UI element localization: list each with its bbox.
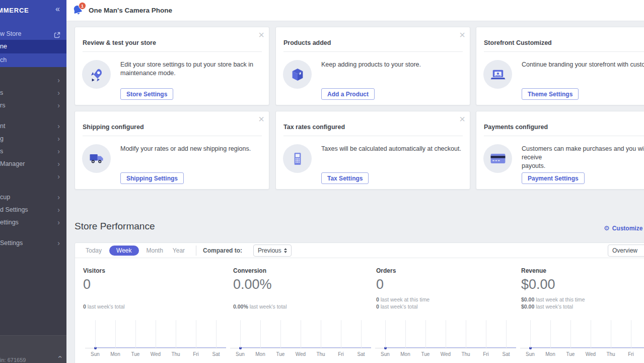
theme-settings-button[interactable]: Theme Settings bbox=[522, 88, 579, 100]
notifications-bell-icon[interactable]: 1 bbox=[72, 5, 84, 17]
chevron-right-icon: › bbox=[57, 133, 60, 145]
chart-day-label: Sun bbox=[230, 351, 250, 357]
sidebar-item[interactable]: › bbox=[0, 170, 66, 183]
chart-day-label: Wed bbox=[291, 351, 311, 357]
chevron-up-icon[interactable]: › bbox=[56, 356, 64, 358]
tab-week[interactable]: Week bbox=[109, 246, 138, 256]
card-description: Keep adding products to your store. bbox=[321, 60, 466, 69]
sidebar-item[interactable]: Manager› bbox=[0, 158, 66, 170]
metric-conversion: Conversion 0.00% 0.00% last week's total bbox=[233, 267, 369, 310]
sidebar-item[interactable]: g› bbox=[0, 133, 66, 145]
close-icon[interactable]: × bbox=[459, 114, 465, 124]
chart-baseline bbox=[85, 348, 226, 348]
chart-day-label: Tue bbox=[270, 351, 291, 357]
chart-baseline bbox=[375, 348, 516, 348]
chart-gridline bbox=[530, 320, 531, 348]
sidebar-item[interactable]: nt› bbox=[0, 120, 66, 133]
chevron-right-icon: › bbox=[57, 99, 60, 112]
dashboard-canvas: Review & test your store × Edit your sto… bbox=[0, 0, 644, 363]
sidebar-item-label: ch bbox=[0, 56, 7, 64]
chart-gridline bbox=[466, 320, 466, 348]
chart-series-line bbox=[95, 347, 226, 348]
close-icon[interactable]: × bbox=[258, 30, 264, 40]
shipping-settings-button[interactable]: Shipping Settings bbox=[120, 172, 184, 184]
close-icon[interactable]: × bbox=[258, 114, 264, 124]
chart-series-line bbox=[385, 347, 516, 348]
metric-sublines: 0 last week's total bbox=[83, 303, 219, 310]
sidebar-item[interactable]: › bbox=[0, 74, 66, 87]
laptop-icon bbox=[483, 60, 512, 89]
compared-to-label: Compared to: bbox=[203, 247, 242, 254]
metric-value: 0 bbox=[83, 277, 219, 292]
metric-orders: Orders 0 0 last week at this time 0 last… bbox=[376, 267, 512, 310]
tab-month[interactable]: Month bbox=[145, 246, 165, 256]
customize-dashboard-link[interactable]: ⚙ Customize Dashboard bbox=[604, 224, 644, 232]
store-pin: in: 671659 bbox=[0, 357, 26, 363]
customize-dashboard-label: Customize Dashboard bbox=[612, 225, 644, 232]
box-icon bbox=[283, 60, 312, 89]
divider bbox=[283, 51, 463, 52]
sidebar-item-view-store[interactable]: w Store bbox=[0, 28, 66, 40]
metric-value: 0.00% bbox=[233, 277, 369, 292]
overview-select[interactable]: Overview bbox=[608, 245, 644, 257]
metric-label: Conversion bbox=[233, 267, 369, 274]
sidebar-item[interactable]: s› bbox=[0, 87, 66, 99]
card-title: Storefront Customized bbox=[484, 39, 552, 46]
sidebar-item[interactable]: d Settings› bbox=[0, 204, 66, 216]
sidebar-item-label: Settings bbox=[0, 239, 23, 247]
add-product-button[interactable]: Add a Product bbox=[321, 88, 375, 100]
tab-today[interactable]: Today bbox=[84, 246, 104, 256]
chart-day-label: Mon bbox=[105, 351, 125, 357]
chart-gridline bbox=[611, 320, 611, 348]
card-title: Shipping configured bbox=[83, 124, 144, 131]
collapse-sidebar-icon[interactable]: « bbox=[55, 5, 60, 14]
chart-day-label: Thu bbox=[601, 351, 621, 357]
logo: MMERCE bbox=[0, 7, 29, 14]
credit-card-icon bbox=[483, 144, 512, 173]
metric-label: Visitors bbox=[83, 267, 219, 274]
sidebar-item[interactable]: cup› bbox=[0, 191, 66, 204]
divider bbox=[484, 51, 644, 52]
tax-settings-button[interactable]: Tax Settings bbox=[321, 172, 369, 184]
sidebar-item-label: Manager bbox=[0, 160, 25, 167]
chevron-right-icon: › bbox=[57, 237, 60, 250]
card-title: Products added bbox=[283, 39, 331, 46]
sidebar-item-label: cup bbox=[0, 194, 10, 201]
sidebar-item[interactable]: ch bbox=[0, 53, 66, 67]
sidebar: MMERCE « w Store ne ch › s› rs› bbox=[0, 0, 66, 363]
sidebar-item-label: w Store bbox=[0, 30, 21, 37]
conversion-chart: SunMonTueWedThuFriSat bbox=[230, 320, 371, 360]
sidebar-item-label: ettings bbox=[0, 219, 19, 226]
logo-row: MMERCE « bbox=[0, 0, 66, 21]
chart-gridline bbox=[156, 320, 156, 348]
close-icon[interactable]: × bbox=[459, 30, 465, 40]
chart-gridline bbox=[135, 320, 136, 348]
sidebar-item[interactable]: s› bbox=[0, 145, 66, 158]
sidebar-item[interactable]: ettings› bbox=[0, 216, 66, 229]
payment-settings-button[interactable]: Payment Settings bbox=[522, 172, 585, 184]
chart-day-label: Sat bbox=[351, 351, 371, 357]
chevron-right-icon: › bbox=[57, 191, 60, 204]
chevron-right-icon: › bbox=[57, 216, 60, 229]
metric-value: $0.00 bbox=[521, 277, 644, 292]
chart-day-label: Wed bbox=[581, 351, 601, 357]
setup-card-payments: Payments configured × Customers can make… bbox=[476, 111, 644, 190]
sidebar-item[interactable]: Settings› bbox=[0, 237, 66, 250]
chart-day-label: Fri bbox=[621, 351, 641, 357]
chevron-right-icon: › bbox=[57, 170, 60, 183]
chart-gridline bbox=[115, 320, 116, 348]
chart-gridline bbox=[570, 320, 571, 348]
chevron-right-icon: › bbox=[57, 87, 60, 99]
visitors-chart: SunMonTueWedThuFriSat bbox=[85, 320, 226, 360]
chart-gridline bbox=[260, 320, 261, 348]
sidebar-item-selected[interactable]: ne bbox=[0, 40, 66, 53]
store-settings-button[interactable]: Store Settings bbox=[120, 88, 173, 100]
divider bbox=[83, 51, 262, 52]
tab-year[interactable]: Year bbox=[171, 246, 187, 256]
sidebar-item[interactable]: rs› bbox=[0, 99, 66, 112]
compared-to-select[interactable]: Previous bbox=[253, 245, 292, 257]
chart-day-label: Fri bbox=[186, 351, 206, 357]
chart-day-label: Sun bbox=[520, 351, 540, 357]
metric-sublines: 0.00% last week's total bbox=[233, 303, 369, 310]
performance-toolbar: Today Week Month Year Compared to: Previ… bbox=[75, 243, 644, 258]
